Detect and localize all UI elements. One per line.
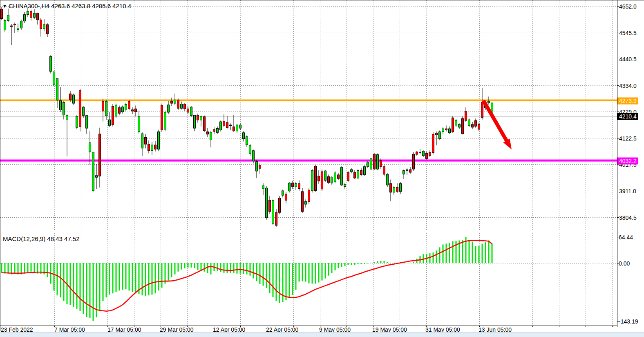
- candle: [148, 144, 150, 151]
- candle: [89, 143, 91, 152]
- macd-bar: [184, 263, 186, 268]
- macd-bar: [452, 241, 454, 263]
- macd-bar: [132, 263, 133, 292]
- candle: [158, 132, 160, 149]
- candle: [367, 162, 369, 167]
- candle: [409, 170, 411, 172]
- macd-bar: [171, 263, 172, 277]
- price-chart-canvas[interactable]: [0, 0, 644, 337]
- candle: [128, 101, 130, 109]
- macd-bar: [413, 262, 414, 263]
- macd-bar: [109, 263, 110, 295]
- macd-bar: [289, 263, 290, 298]
- macd-bar: [233, 263, 235, 273]
- macd-bar: [27, 263, 29, 273]
- candle: [161, 105, 163, 130]
- candle: [171, 101, 173, 103]
- candle: [458, 125, 461, 127]
- candle: [419, 152, 421, 153]
- macd-bar: [295, 263, 297, 290]
- price-axis-tick: 4545.5: [619, 30, 637, 36]
- macd-bar: [269, 263, 271, 293]
- macd-bar: [230, 263, 231, 273]
- trend-arrow[interactable]: [483, 100, 512, 150]
- macd-bar: [292, 263, 293, 295]
- candle: [115, 105, 117, 116]
- macd-bar: [76, 263, 78, 309]
- candle: [168, 105, 170, 112]
- candle: [302, 192, 304, 212]
- candle: [269, 200, 271, 211]
- candle: [217, 129, 219, 133]
- macd-axis-tick: 64.44: [619, 234, 633, 241]
- chart-title-text: CHINA300-,H4 4263.6 4263.8 4205.6 4210.4: [9, 2, 131, 9]
- candle: [63, 102, 65, 115]
- macd-bar: [361, 263, 362, 264]
- current-price-chip: 4210.4: [617, 113, 638, 120]
- macd-bar: [436, 250, 437, 263]
- candle: [432, 134, 434, 153]
- candle: [47, 25, 49, 34]
- candle: [292, 183, 294, 187]
- candle: [213, 129, 215, 132]
- price-axis-tick: 4122.5: [619, 135, 637, 142]
- macd-bar: [286, 263, 287, 300]
- candle: [288, 183, 291, 191]
- candle: [357, 171, 359, 178]
- candle: [203, 117, 206, 131]
- candle: [383, 167, 385, 174]
- macd-bar: [89, 263, 91, 318]
- macd-bar: [380, 261, 382, 263]
- candle: [305, 201, 307, 204]
- candle: [109, 120, 111, 125]
- mt4-chart-window: ▼CHINA300-,H4 4263.6 4263.8 4205.6 4210.…: [0, 0, 644, 337]
- candle: [354, 172, 356, 178]
- candle: [256, 162, 258, 171]
- macd-bar: [305, 263, 306, 282]
- candle: [243, 133, 245, 139]
- macd-bar: [364, 263, 365, 264]
- candle: [181, 104, 183, 108]
- macd-bar: [80, 263, 81, 311]
- window-bottom-strip: [0, 332, 644, 337]
- macd-bar: [429, 253, 431, 263]
- symbol-dropdown-icon[interactable]: ▼: [2, 4, 7, 9]
- macd-bar: [344, 263, 346, 266]
- candle: [360, 171, 362, 175]
- macd-bar: [204, 263, 205, 272]
- candle: [177, 100, 179, 108]
- macd-bar: [488, 241, 490, 263]
- candle: [50, 56, 52, 71]
- macd-bar: [4, 263, 6, 274]
- macd-bar: [54, 263, 55, 290]
- candle: [223, 121, 225, 126]
- candle: [53, 72, 55, 85]
- candle: [66, 116, 68, 119]
- macd-bar: [178, 263, 179, 272]
- macd-bar: [152, 263, 153, 295]
- candle: [429, 152, 431, 156]
- macd-bar: [197, 263, 199, 270]
- macd-bar: [439, 247, 441, 263]
- candle: [488, 101, 490, 103]
- macd-bar: [34, 263, 35, 272]
- macd-bar: [469, 241, 470, 263]
- candle: [73, 95, 75, 103]
- candle: [380, 161, 382, 167]
- candle: [377, 155, 379, 169]
- candle: [351, 170, 353, 172]
- candle: [334, 173, 336, 182]
- candle: [96, 176, 98, 177]
- candle: [272, 201, 274, 223]
- candle: [478, 125, 480, 129]
- candle: [125, 104, 127, 110]
- candle: [468, 120, 470, 126]
- macd-bar: [8, 263, 9, 274]
- macd-bar: [367, 263, 369, 263]
- candle: [34, 13, 36, 18]
- candle: [406, 170, 408, 170]
- macd-bar: [485, 242, 486, 263]
- macd-bar: [492, 243, 493, 263]
- candle: [315, 166, 317, 191]
- macd-bar: [31, 263, 32, 272]
